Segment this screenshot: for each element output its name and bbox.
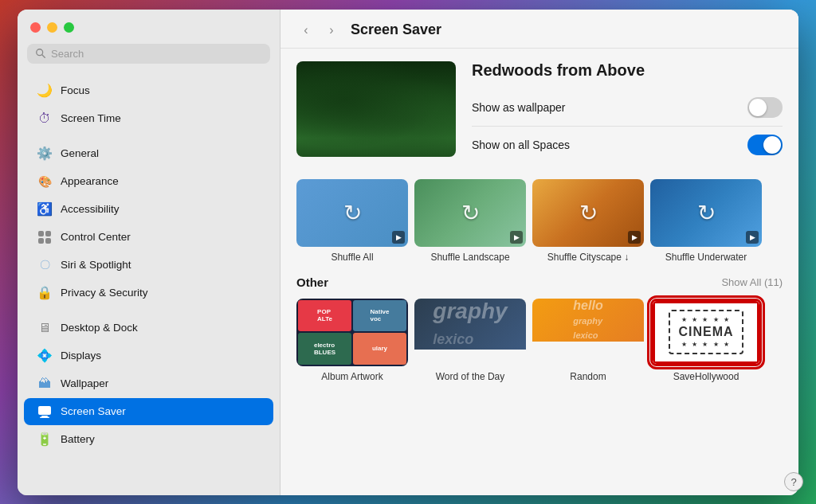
sidebar-item-label-wallpaper: Wallpaper [61,377,108,389]
forward-button[interactable]: › [322,21,341,40]
sidebar-item-wallpaper[interactable]: 🏔 Wallpaper [24,370,273,397]
help-button[interactable]: ? [784,472,798,491]
desktop-dock-icon: 🖥 [37,320,53,336]
sidebar-item-general[interactable]: ⚙️ General [24,140,273,167]
search-box[interactable]: Search [27,44,270,64]
sidebar-item-battery[interactable]: 🔋 Battery [24,426,273,453]
svg-rect-5 [45,238,51,244]
titlebar: ‹ › Screen Saver [280,10,798,49]
grid-item-shuffle-cityscape[interactable]: ↻ ▶ Shuffle Cityscape ↓ [532,179,644,263]
sidebar-item-label-screen-time: Screen Time [61,112,121,124]
play-badge-landscape: ▶ [510,231,523,244]
maximize-button[interactable] [64,22,74,33]
sidebar-item-displays[interactable]: 💠 Displays [24,342,273,369]
shuffle-all-label: Shuffle All [331,252,373,263]
random-visual: hellographylexico [532,299,644,342]
grid-item-shuffle-landscape[interactable]: ↻ ▶ Shuffle Landscape [414,179,526,263]
toggle-knob-wallpaper [749,99,767,116]
lock-icon: 🔒 [37,285,53,301]
other-section-header: Other Show All (11) [296,275,783,289]
shuffle-cityscape-thumb: ↻ ▶ [532,179,644,247]
other-section-title: Other [296,275,328,289]
play-badge-shuffle-all: ▶ [392,231,405,244]
sidebar-item-control-center[interactable]: Control Center [24,224,273,251]
word-of-day-thumb: graphylexico [414,299,526,366]
minimize-button[interactable] [47,22,57,33]
shuffle-cityscape-label: Shuffle Cityscape ↓ [547,252,630,263]
grid-item-random[interactable]: hellographylexico Random [532,299,644,382]
close-button[interactable] [30,22,41,33]
svg-rect-4 [38,238,44,244]
sidebar-item-label-displays: Displays [61,350,101,361]
main-content: ‹ › Screen Saver Redwoods from Above Sho… [280,10,798,495]
grid-item-word-of-day[interactable]: graphylexico Word of the Day [414,299,526,382]
sidebar-item-label-control-center: Control Center [61,231,131,243]
shuffle-cityscape-icon: ↻ [579,200,598,226]
album-cell-1: POPALTe [298,300,351,332]
sidebar-item-label-siri: Siri & Spotlight [61,259,131,271]
word-of-day-visual: graphylexico [414,299,526,350]
sidebar: Search 🌙 Focus ⏱ Screen Time ⚙️ General … [18,10,280,495]
sidebar-item-accessibility[interactable]: ♿ Accessibility [24,196,273,223]
shuffle-landscape-label: Shuffle Landscape [430,252,509,263]
album-cell-4: ulary [353,333,406,365]
sidebar-item-label-general: General [61,147,99,159]
other-grid: POPALTe Nativevoc electroBLUES ulary Alb… [296,299,783,382]
sidebar-item-screen-time[interactable]: ⏱ Screen Time [24,105,273,132]
random-thumb: hellographylexico [532,299,644,366]
sidebar-item-label-focus: Focus [61,84,90,96]
show-on-all-spaces-label: Show on all Spaces [472,139,570,151]
savehollywood-thumb: ★ ★ ★ ★ ★ CINEMA ★ ★ ★ ★ ★ [650,299,762,366]
screen-saver-icon [37,404,53,420]
sidebar-item-appearance[interactable]: 🎨 Appearance [24,168,273,195]
back-button[interactable]: ‹ [296,21,316,40]
svg-rect-8 [40,416,49,418]
grid-item-shuffle-underwater[interactable]: ↻ ▶ Shuffle Underwater [650,179,762,263]
sidebar-item-label-appearance: Appearance [61,175,119,187]
grid-item-shuffle-all[interactable]: ↻ ▶ Shuffle All [296,179,408,263]
svg-rect-2 [38,231,44,236]
sidebar-item-desktop-dock[interactable]: 🖥 Desktop & Dock [24,315,273,342]
shuffle-landscape-icon: ↻ [461,200,480,226]
traffic-lights [18,22,280,44]
random-label: Random [570,371,606,382]
focus-icon: 🌙 [37,83,53,99]
show-as-wallpaper-toggle[interactable] [747,97,783,118]
cinema-stars-top: ★ ★ ★ ★ ★ [681,316,731,323]
sidebar-items-list: 🌙 Focus ⏱ Screen Time ⚙️ General 🎨 Appea… [18,73,280,495]
show-on-all-spaces-toggle[interactable] [747,135,783,155]
sidebar-item-screen-saver[interactable]: Screen Saver [24,398,273,425]
show-all-button[interactable]: Show All (11) [721,276,783,288]
screensaver-preview [296,61,456,157]
shuffle-underwater-icon: ↻ [697,200,716,226]
screen-time-icon: ⏱ [37,111,53,127]
sidebar-item-privacy-security[interactable]: 🔒 Privacy & Security [24,279,273,307]
toggle-knob-spaces [763,136,781,154]
sidebar-item-focus[interactable]: 🌙 Focus [24,77,273,104]
grid-item-album-artwork[interactable]: POPALTe Nativevoc electroBLUES ulary Alb… [296,299,408,382]
content-area: Redwoods from Above Show as wallpaper Sh… [280,49,798,495]
shuffle-all-icon: ↻ [343,200,362,226]
shuffle-landscape-thumb: ↻ ▶ [414,179,526,247]
preview-image [296,61,456,157]
savehollywood-label: SaveHollywood [673,371,740,382]
play-badge-cityscape: ▶ [628,231,641,244]
wallpaper-icon: 🏔 [37,376,53,392]
sidebar-item-label-privacy: Privacy & Security [61,287,148,299]
play-badge-underwater: ▶ [746,231,759,244]
grid-item-savehollywood[interactable]: ★ ★ ★ ★ ★ CINEMA ★ ★ ★ ★ ★ SaveHollywood [650,299,762,382]
general-icon: ⚙️ [37,146,53,162]
svg-rect-3 [45,231,51,236]
screensaver-name: Redwoods from Above [472,61,783,80]
top-section: Redwoods from Above Show as wallpaper Sh… [296,61,783,163]
accessibility-icon: ♿ [37,201,53,217]
sidebar-item-label-desktop-dock: Desktop & Dock [61,322,138,334]
show-as-wallpaper-row: Show as wallpaper [472,89,783,127]
album-artwork-thumb: POPALTe Nativevoc electroBLUES ulary [296,299,408,366]
controls-panel: Redwoods from Above Show as wallpaper Sh… [472,61,783,163]
show-on-all-spaces-row: Show on all Spaces [472,127,783,163]
page-title: Screen Saver [351,21,441,38]
svg-line-1 [42,55,45,58]
sidebar-item-siri-spotlight[interactable]: 〇 Siri & Spotlight [24,252,273,279]
displays-icon: 💠 [37,348,53,364]
